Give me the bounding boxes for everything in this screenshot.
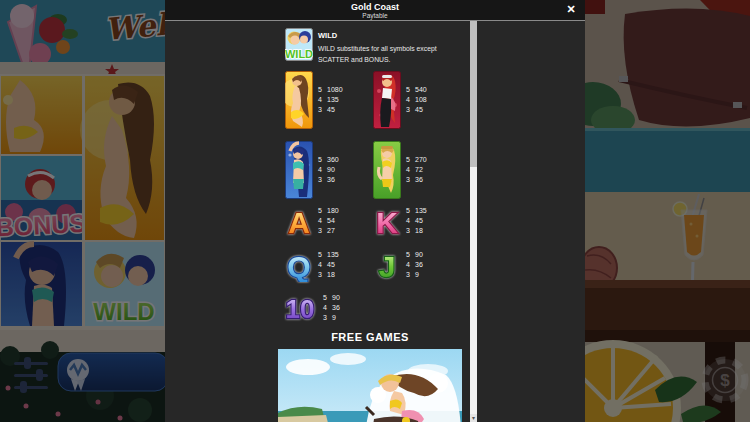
pay-value: 18	[415, 227, 423, 234]
pay-row: 454	[318, 216, 339, 226]
modal-header: Gold Coast Paytable ✕	[165, 0, 585, 21]
paytable-scroll-pane: WILD WILD WILD substitutes for all symbo…	[165, 21, 470, 422]
pay-row: 4135	[318, 95, 343, 105]
pay-value: 18	[327, 271, 335, 278]
pay-value: 9	[415, 271, 419, 278]
pay-row: 5180	[318, 206, 339, 216]
wild-section-description: WILD substitutes for all symbols except …	[318, 43, 466, 65]
pay-value: 54	[327, 217, 335, 224]
pay-count: 3	[318, 226, 327, 236]
pay-count: 5	[318, 155, 327, 165]
paytable-cell: 5360 490 336	[285, 141, 339, 199]
pay-value: 36	[415, 261, 423, 268]
pay-table: 5135 445 318	[318, 250, 339, 282]
pay-count: 4	[406, 95, 415, 105]
pay-value: 72	[415, 166, 423, 173]
pay-value: 36	[332, 304, 340, 311]
pay-row: 336	[406, 175, 427, 185]
symbol-girl-red	[373, 71, 401, 129]
pay-value: 45	[415, 217, 423, 224]
pay-value: 27	[327, 227, 335, 234]
pay-row: 5540	[406, 85, 427, 95]
symbol-letter-10: 10	[282, 291, 318, 325]
pay-count: 5	[406, 206, 415, 216]
pay-count: 5	[318, 250, 327, 260]
paytable-cell: 51080 4135 345	[285, 71, 343, 129]
scrollbar[interactable]: ▾	[470, 21, 477, 422]
wild-section-title: WILD	[318, 31, 337, 40]
wild-icon-label: WILD	[285, 48, 313, 60]
symbol-letter-J: J	[373, 248, 401, 282]
pay-value: 90	[327, 166, 335, 173]
pay-count: 3	[323, 313, 332, 323]
pay-table: 5135 445 318	[406, 206, 427, 238]
pay-row: 436	[406, 260, 423, 270]
pay-value: 45	[415, 106, 423, 113]
pay-count: 5	[406, 250, 415, 260]
pay-row: 5360	[318, 155, 339, 165]
pay-value: 135	[415, 207, 427, 214]
pay-count: 4	[406, 216, 415, 226]
pay-row: 345	[318, 105, 343, 115]
pay-table: 590 436 39	[406, 250, 423, 282]
pay-row: 327	[318, 226, 339, 236]
symbol-letter-Q: Q	[285, 248, 313, 282]
close-icon[interactable]: ✕	[563, 1, 579, 17]
pay-value: 108	[415, 96, 427, 103]
pay-count: 4	[406, 260, 415, 270]
pay-row: 436	[323, 303, 340, 313]
pay-table: 5180 454 327	[318, 206, 339, 238]
pay-row: 5135	[406, 206, 427, 216]
free-games-illustration	[278, 349, 462, 422]
symbol-girl-orange	[285, 71, 313, 129]
pay-count: 4	[318, 95, 327, 105]
paytable-cell: 5270 472 336	[373, 141, 427, 199]
pay-count: 3	[406, 226, 415, 236]
pay-count: 3	[406, 175, 415, 185]
pay-count: 3	[406, 105, 415, 115]
pay-row: 445	[406, 216, 427, 226]
svg-text:J: J	[379, 250, 396, 282]
pay-value: 9	[332, 314, 336, 321]
pay-value: 360	[327, 156, 339, 163]
symbol-girl-green	[373, 141, 401, 199]
pay-row: 39	[323, 313, 340, 323]
pay-value: 45	[327, 106, 335, 113]
pay-count: 5	[406, 85, 415, 95]
scrollbar-down-arrow-icon[interactable]: ▾	[470, 414, 477, 422]
pay-row: 590	[406, 250, 423, 260]
pay-count: 4	[318, 260, 327, 270]
symbol-letter-A: A	[285, 204, 313, 238]
pay-value: 36	[327, 176, 335, 183]
pay-value: 45	[327, 261, 335, 268]
game-screen: Welcome	[0, 0, 750, 422]
pay-count: 5	[318, 206, 327, 216]
pay-value: 180	[327, 207, 339, 214]
pay-table: 5270 472 336	[406, 155, 427, 199]
pay-table: 590 436 39	[323, 293, 340, 325]
pay-row: 445	[318, 260, 339, 270]
symbol-girl-blue	[285, 141, 313, 199]
pay-row: 318	[406, 226, 427, 236]
scrollbar-thumb[interactable]	[470, 21, 477, 167]
paytable-cell: A 5180 454 327	[285, 204, 339, 238]
pay-count: 5	[406, 155, 415, 165]
pay-row: 490	[318, 165, 339, 175]
pay-count: 4	[318, 216, 327, 226]
pay-row: 345	[406, 105, 427, 115]
wild-symbol-icon: WILD	[285, 28, 313, 61]
pay-row: 336	[318, 175, 339, 185]
pay-value: 36	[415, 176, 423, 183]
pay-count: 4	[323, 303, 332, 313]
modal-title: Gold Coast	[165, 0, 585, 12]
pay-row: 590	[323, 293, 340, 303]
pay-row: 39	[406, 270, 423, 280]
pay-row: 5135	[318, 250, 339, 260]
paytable-modal: Gold Coast Paytable ✕ WILD WILD WILD sub…	[165, 0, 585, 422]
pay-table: 51080 4135 345	[318, 85, 343, 129]
svg-text:K: K	[376, 206, 398, 238]
pay-value: 90	[415, 251, 423, 258]
pay-row: 318	[318, 270, 339, 280]
pay-count: 5	[323, 293, 332, 303]
svg-text:A: A	[288, 206, 310, 238]
